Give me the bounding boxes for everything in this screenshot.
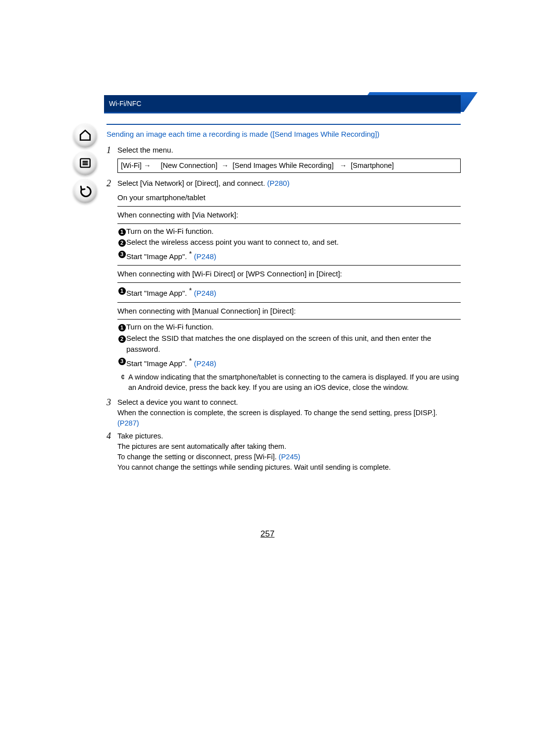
circled-2-icon: 2 xyxy=(118,335,126,343)
step-number: 3 xyxy=(107,397,117,408)
circled-3-icon: 3 xyxy=(118,251,126,258)
list-icon xyxy=(79,157,92,171)
footnote: ¢ A window indicating that the smartphon… xyxy=(117,372,461,393)
step-3-note: When the connection is complete, the scr… xyxy=(117,408,461,429)
step-number: 2 xyxy=(107,178,117,189)
circled-1-icon: 1 xyxy=(118,287,126,295)
menu-item: [Send Images While Recording] xyxy=(233,162,334,169)
manual-page: Wi-Fi/NFC Sending an image each time a r… xyxy=(0,0,535,756)
via-network-list: 1Turn on the Wi-Fi function. 2Select the… xyxy=(117,226,461,263)
bullet-text: Select the wireless access point you wan… xyxy=(126,237,339,248)
manual-heading: When connecting with [Manual Connection]… xyxy=(117,306,461,317)
nav-home-button[interactable] xyxy=(73,124,97,148)
menu-item: [Smartphone] xyxy=(351,162,394,169)
device-heading: On your smartphone/tablet xyxy=(117,192,461,203)
step-4-note-a: The pictures are sent automatically afte… xyxy=(117,441,461,452)
bullet-text: Start "Image App". xyxy=(126,252,189,261)
home-icon xyxy=(79,129,92,143)
step-3: 3 Select a device you want to connect. W… xyxy=(107,397,461,429)
manual-list: 1Turn on the Wi-Fi function. 2Select the… xyxy=(117,322,461,369)
circled-3-icon: 3 xyxy=(118,358,126,365)
menu-path-box: [Wi-Fi]→ [New Connection] → [Send Images… xyxy=(117,159,461,173)
menu-item: [Wi-Fi] xyxy=(121,162,142,169)
circled-2-icon: 2 xyxy=(118,239,126,247)
page-link[interactable]: (P280) xyxy=(267,179,289,187)
bullet-text: Start "Image App". xyxy=(126,289,189,297)
bullet-text: Turn on the Wi-Fi function. xyxy=(126,322,214,333)
top-rule xyxy=(107,124,461,125)
step-4-text: Take pictures. xyxy=(117,432,163,440)
arrow-icon: → xyxy=(337,162,349,169)
content-area: Sending an image each time a recording i… xyxy=(107,124,461,473)
nav-contents-button[interactable] xyxy=(73,152,97,175)
wifi-direct-list: 1Start "Image App". * (P248) xyxy=(117,285,461,299)
nav-back-button[interactable] xyxy=(73,179,97,203)
step-body: Select a device you want to connect. Whe… xyxy=(117,397,461,429)
step-1: 1 Select the menu. [Wi-Fi]→ [New Connect… xyxy=(107,145,461,173)
step-body: Select [Via Network] or [Direct], and co… xyxy=(117,178,461,393)
page-link[interactable]: (P248) xyxy=(194,252,216,261)
page-link[interactable]: (P245) xyxy=(279,453,301,461)
sidebar-nav xyxy=(73,124,102,203)
arrow-icon: → xyxy=(219,162,231,169)
step-number: 1 xyxy=(107,145,117,156)
page-link[interactable]: (P287) xyxy=(117,419,139,427)
arrow-icon: → xyxy=(142,162,153,169)
header-bar: Wi-Fi/NFC xyxy=(104,95,461,112)
wifi-direct-heading: When connecting with [Wi-Fi Direct] or [… xyxy=(117,269,461,279)
header-title: Wi-Fi/NFC xyxy=(109,100,141,108)
step-2: 2 Select [Via Network] or [Direct], and … xyxy=(107,178,461,393)
asterisk-mark: * xyxy=(189,286,192,294)
step-number: 4 xyxy=(107,431,117,442)
footnote-text: A window indicating that the smartphone/… xyxy=(128,372,461,393)
bullet-text: Select the SSID that matches the one dis… xyxy=(126,333,461,355)
page-number: 257 xyxy=(0,529,535,539)
page-link[interactable]: (P248) xyxy=(194,359,216,368)
asterisk-mark: * xyxy=(189,249,192,258)
divider xyxy=(117,319,461,320)
header-underline xyxy=(104,112,461,113)
divider xyxy=(117,302,461,303)
step-4-note-c: You cannot change the settings while sen… xyxy=(117,462,461,473)
step-1-text: Select the menu. xyxy=(117,146,173,154)
page-link[interactable]: (P248) xyxy=(194,289,216,297)
asterisk-mark: * xyxy=(189,356,192,365)
divider xyxy=(117,282,461,283)
divider xyxy=(117,223,461,224)
bullet-text: Start "Image App". xyxy=(126,359,189,368)
step-4-note-b: To change the setting or disconnect, pre… xyxy=(117,452,461,462)
step-body: Take pictures. The pictures are sent aut… xyxy=(117,431,461,473)
via-network-heading: When connecting with [Via Network]: xyxy=(117,210,461,220)
divider xyxy=(117,265,461,266)
footnote-mark: ¢ xyxy=(117,372,128,382)
step-4: 4 Take pictures. The pictures are sent a… xyxy=(107,431,461,473)
back-icon xyxy=(79,184,92,199)
bullet-text: Turn on the Wi-Fi function. xyxy=(126,226,214,237)
divider xyxy=(117,206,461,207)
section-title: Sending an image each time a recording i… xyxy=(107,129,461,140)
menu-item: [New Connection] xyxy=(161,162,217,169)
circled-1-icon: 1 xyxy=(118,324,126,331)
step-2-text: Select [Via Network] or [Direct], and co… xyxy=(117,179,267,187)
step-3-text: Select a device you want to connect. xyxy=(117,398,238,406)
circled-1-icon: 1 xyxy=(118,228,126,236)
step-body: Select the menu. [Wi-Fi]→ [New Connectio… xyxy=(117,145,461,173)
